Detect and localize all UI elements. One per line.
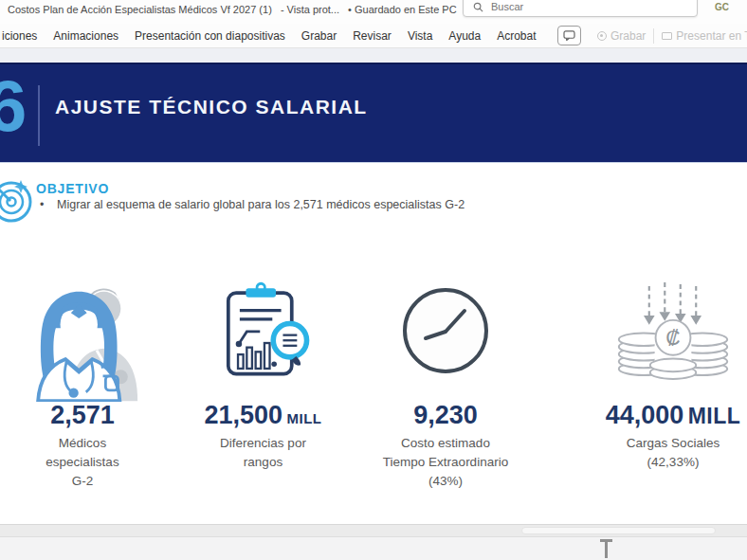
stat-value: 44,000 <box>606 401 684 429</box>
slide-title: AJUSTE TÉCNICO SALARIAL <box>55 96 368 118</box>
document-title: Costos Plan de Acción Especialistas Médi… <box>8 4 463 15</box>
collapsed-ribbon-strip <box>0 47 747 63</box>
present-in-teams-button[interactable]: Presentar en Tea <box>654 29 747 43</box>
stat-label: Cargas Sociales (42,33%) <box>592 434 747 472</box>
stat-value: 21,500 <box>204 401 282 429</box>
tab-acrobat[interactable]: Acrobat <box>497 29 536 43</box>
search-icon <box>473 2 483 12</box>
stat-label-line: Tiempo Extraordinario <box>365 453 526 472</box>
stat-label-line: Cargas Sociales <box>592 434 747 453</box>
doctors-icon <box>8 276 157 402</box>
stat-label-line: (43%) <box>365 472 526 491</box>
protected-view-label: - Vista prot... <box>281 4 339 15</box>
stat-costo-tiempo-extraordinario[interactable]: 9,230 Costo estimado Tiempo Extraordinar… <box>365 285 526 491</box>
comments-button[interactable] <box>557 26 581 45</box>
tab-presentacion-con-diapositivas[interactable]: Presentación con diapositivas <box>135 29 285 43</box>
tab-ayuda[interactable]: Ayuda <box>448 29 481 43</box>
slide-title-band[interactable]: 6 AJUSTE TÉCNICO SALARIAL <box>0 63 747 163</box>
search-input[interactable] <box>491 1 652 12</box>
present-button-label: Presentar en Tea <box>676 29 747 43</box>
stat-label-line: Médicos <box>8 434 157 453</box>
status-bar-area <box>0 536 747 560</box>
bullet-point: • <box>40 198 44 211</box>
target-icon <box>0 174 36 229</box>
ribbon-right-buttons: Grabar Presentar en Tea <box>590 26 747 45</box>
horizontal-scrollbar[interactable] <box>0 524 747 536</box>
tab-revisar[interactable]: Revisar <box>353 29 392 43</box>
record-button-label: Grabar <box>610 29 646 43</box>
stat-label-line: (42,33%) <box>592 453 747 472</box>
saved-status: • Guardado en Este PC <box>348 4 457 15</box>
divider <box>38 85 40 146</box>
slide-section-number: 6 <box>0 61 27 151</box>
ribbon-tab-row: iciones Animaciones Presentación con dia… <box>0 24 747 47</box>
stat-label: Costo estimado Tiempo Extraordinario (43… <box>365 434 526 491</box>
stat-unit: MILL <box>688 404 741 428</box>
document-name: Costos Plan de Acción Especialistas Médi… <box>8 4 272 15</box>
clipboard-chart-icon <box>190 280 337 381</box>
ribbon-tabs: iciones Animaciones Presentación con dia… <box>2 24 537 47</box>
text-cursor <box>600 539 612 558</box>
monitor-icon <box>662 32 672 40</box>
stat-label-line: G-2 <box>8 472 157 491</box>
stat-cargas-sociales[interactable]: ₡ 44,000 MILL Cargas Sociales (42,33%) <box>592 280 747 472</box>
tab-vista[interactable]: Vista <box>408 29 432 43</box>
stat-medicos-especialistas[interactable]: 2,571 Médicos especialistas G-2 <box>8 276 157 491</box>
tab-transiciones-cut[interactable]: iciones <box>2 29 37 43</box>
search-box[interactable] <box>463 0 698 17</box>
record-button[interactable]: Grabar <box>590 29 653 43</box>
stat-label: Diferencias por rangos <box>190 434 337 472</box>
colon-currency-symbol: ₡ <box>665 327 680 350</box>
stat-value: 9,230 <box>413 401 478 429</box>
stat-unit: MILL <box>287 410 322 426</box>
objective-heading: OBJETIVO <box>36 181 109 196</box>
stat-label-line: especialistas <box>8 453 157 472</box>
clock-icon <box>365 285 526 376</box>
stat-label-line: Diferencias por <box>190 434 337 453</box>
scrollbar-thumb[interactable] <box>521 527 716 534</box>
stat-label: Médicos especialistas G-2 <box>8 434 157 491</box>
user-avatar-initials[interactable]: GC <box>715 2 729 12</box>
coins-colon-icon: ₡ <box>592 280 747 382</box>
title-bar: Costos Plan de Acción Especialistas Médi… <box>0 0 747 24</box>
stat-value: 2,571 <box>50 401 115 429</box>
comment-icon <box>563 30 575 41</box>
tab-grabar[interactable]: Grabar <box>301 29 337 43</box>
powerpoint-window: Costos Plan de Acción Especialistas Médi… <box>0 0 747 560</box>
stat-label-line: rangos <box>190 453 337 472</box>
stat-diferencias-por-rangos[interactable]: 21,500 MILL Diferencias por rangos <box>190 280 337 472</box>
tab-animaciones[interactable]: Animaciones <box>53 29 118 43</box>
stat-label-line: Costo estimado <box>365 434 526 453</box>
record-icon <box>597 31 607 41</box>
objective-text: Migrar al esquema de salario global para… <box>57 198 465 211</box>
